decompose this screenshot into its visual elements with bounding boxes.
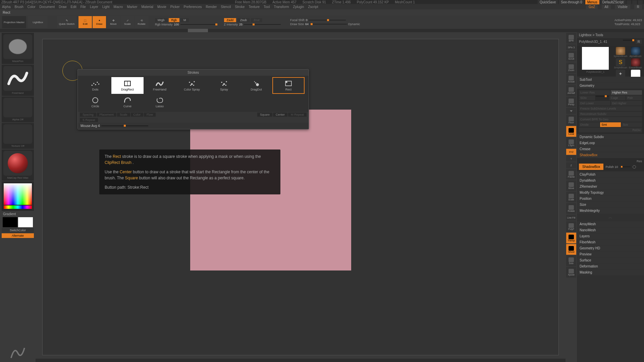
xyz-button[interactable]: XYZ [566,149,576,155]
maximize-icon[interactable] [632,0,637,4]
mod-color[interactable]: Color [131,113,144,117]
minimize-icon[interactable] [627,0,631,4]
section-layers[interactable]: Layers [577,233,644,239]
draw-size-slider[interactable] [310,24,347,24]
focal-shift-slider[interactable] [309,20,346,20]
canvas-rotate-button[interactable]: Rotate [566,203,576,214]
menu-item[interactable]: Tool [264,5,270,9]
menu-item[interactable]: File [80,5,86,9]
section-masking[interactable]: Masking [577,269,644,275]
menu-item[interactable]: Draw [59,5,66,9]
section-zremesher[interactable]: ZRemesher [577,184,644,189]
section-geometry[interactable]: Geometry [577,83,644,88]
secondary-color[interactable] [18,217,33,227]
canvas-scale-button[interactable]: Scale [566,192,576,202]
mod-spacing[interactable]: Spacing [80,113,96,117]
tool-thumb[interactable]: SphereBrush [614,47,627,57]
section-modifytopology[interactable]: Modify Topology [577,190,644,195]
menu-item[interactable]: Preferences [184,5,202,9]
stroke-option-circle[interactable]: Circle [79,94,111,111]
menu-item[interactable]: Marker [127,5,137,9]
section-arraymesh[interactable]: ArrayMesh [577,221,644,227]
menu-item[interactable]: Alpha [2,5,11,9]
floor-button[interactable]: Floor [566,115,576,125]
zsub-button[interactable]: Zsub [237,18,250,22]
move-button[interactable]: ✥Move [107,16,120,28]
scroll-button[interactable]: Scroll [566,51,576,62]
section-fibermesh[interactable]: FiberMesh [577,239,644,245]
mod-mrepeat[interactable]: M Repeat [288,113,307,117]
menu-item[interactable]: Light [102,5,110,9]
rstr-button[interactable]: Rstr [626,96,642,100]
lsym-button[interactable]: LSym [566,137,576,148]
section-edgeloop[interactable]: EdgeLoop [577,140,644,146]
goz-button[interactable]: GoZ [586,5,598,9]
m-button[interactable]: M [181,18,189,22]
mod-placement[interactable]: Placement [97,113,117,117]
timeline-strip[interactable] [0,29,644,32]
frame-button[interactable]: Frame [566,169,576,180]
scroll-collapse-icon[interactable]: ︿ [577,214,644,221]
menu-item[interactable]: Picker [170,5,180,9]
stroke-option-freehand[interactable]: FreeHand [144,77,176,94]
ghost-button[interactable]: Ghost [566,244,576,255]
goz-visible-button[interactable]: Visible [615,5,630,9]
actual-button[interactable]: Actual [566,74,576,84]
close-icon[interactable] [638,0,643,4]
section-shadowbox[interactable]: ShadowBox [577,152,644,158]
menu-item[interactable]: Render [206,5,217,9]
edit-button[interactable]: ⬚Edit [78,16,92,28]
section-size[interactable]: Size [577,202,644,207]
menu-item[interactable]: Material [142,5,154,9]
zcut-button[interactable]: Zcut [251,18,262,22]
defaultzscript-button[interactable]: DefaultZScript [600,0,626,4]
rgb-button[interactable]: Rgb [169,18,180,22]
scale-button[interactable]: ⤢Scale [121,16,134,28]
mod-center[interactable]: Center [273,113,287,117]
linefill-button[interactable]: Line Fill [566,215,576,221]
bpr-button[interactable]: BPR [566,33,576,44]
texture-swatch[interactable]: Texture Off [2,123,34,149]
cage-button[interactable]: Cage [609,96,626,100]
shadowbox-polish[interactable]: Polish 10 [605,165,618,169]
section-subtool[interactable]: SubTool [577,77,644,82]
main-color[interactable] [3,217,17,227]
tool-slider[interactable] [623,40,635,41]
zadd-button[interactable]: Zadd [224,18,236,22]
gradient-label[interactable]: Gradient [2,212,34,217]
del-lower-button[interactable]: Del Lower [579,101,610,106]
transp-button[interactable]: Transp [566,233,576,243]
section-preview[interactable]: Preview [577,251,644,257]
section-meshintegrity[interactable]: MeshIntegrity [577,208,644,214]
menu-item[interactable]: Stencil [221,5,231,9]
solo-button[interactable]: Solo [566,255,576,266]
dynamic-button[interactable]: Dynamic [348,22,360,26]
menu-item[interactable]: Zplugin [293,5,304,9]
goz-r-button[interactable]: R [634,5,642,9]
menu-item[interactable]: Stroke [235,5,245,9]
y-icon[interactable]: Y [566,156,576,162]
material-swatch[interactable]: MatCap Red Wax [2,149,34,181]
color-picker[interactable] [2,181,34,211]
smt-button[interactable]: Smt [600,122,621,127]
menu-item[interactable]: Color [28,5,36,9]
menu-item[interactable]: Transform [274,5,289,9]
section-position[interactable]: Position [577,196,644,201]
quicksave-button[interactable]: QuickSave [538,0,558,4]
stroke-option-dragdot[interactable]: DragDot [240,77,272,94]
z-intensity-slider[interactable] [244,24,281,25]
alternate-button[interactable]: Alternate [2,233,34,238]
menus-button[interactable]: Menus [585,0,599,4]
stroke-option-dragrect[interactable]: DragRect [111,77,144,94]
stroke-option-spray[interactable]: Spray [208,77,240,94]
section-geometryhd[interactable]: Geometry HD [577,245,644,251]
tool-main-thumb[interactable]: PolyMesh3D_1 [578,47,612,75]
tool-r-button[interactable]: R [636,40,642,44]
persp-button[interactable]: Persp [566,97,576,107]
bottom-scrollbar[interactable] [36,359,566,362]
goz-all-button[interactable]: All [602,5,611,9]
chevron-down-icon[interactable] [566,108,576,114]
mod-flow[interactable]: Flow [144,113,156,117]
menu-item[interactable]: Macro [114,5,123,9]
local-button[interactable]: Local [566,126,576,137]
